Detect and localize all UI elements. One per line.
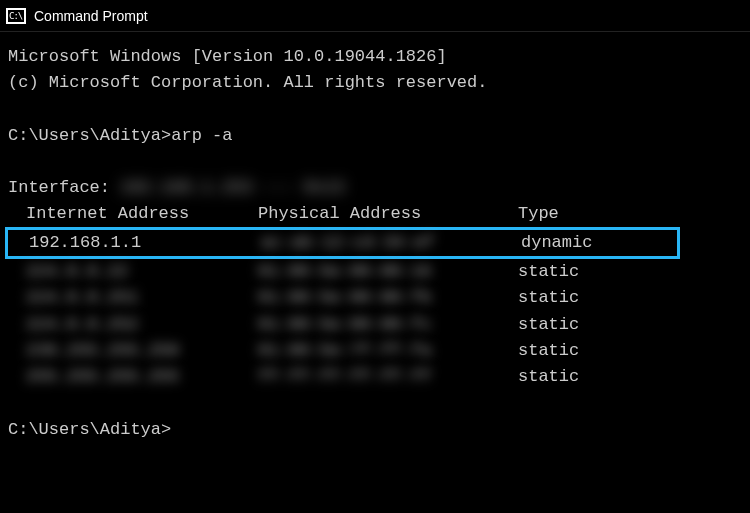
arp-phys-blurred: 01-00-5e-00-00-fb <box>258 288 431 307</box>
arp-ip-blurred: 224.0.0.22 <box>26 262 128 281</box>
arp-ip: 192.168.1.1 <box>8 230 261 256</box>
arp-row-highlighted: 192.168.1.1 ac-ab-12-cd-34-ef dynamic <box>5 227 680 259</box>
titlebar[interactable]: C:\ Command Prompt <box>0 0 750 32</box>
window-title: Command Prompt <box>34 8 148 24</box>
prompt-path: C:\Users\Aditya> <box>8 420 171 439</box>
arp-row: 224.0.0.252 01-00-5e-00-00-fc static <box>8 312 742 338</box>
arp-row: 239.255.255.250 01-00-5e-7f-ff-fa static <box>8 338 742 364</box>
arp-row: 255.255.255.255 ff-ff-ff-ff-ff-ff static <box>8 364 742 390</box>
prompt-path: C:\Users\Aditya> <box>8 126 171 145</box>
interface-line: Interface: 192.168.1.253 --- 0x13 <box>8 175 742 201</box>
command-line: C:\Users\Aditya>arp -a <box>8 123 742 149</box>
header-ip: Internet Address <box>8 201 258 227</box>
arp-ip-blurred: 239.255.255.250 <box>26 341 179 360</box>
arp-type: dynamic <box>521 230 677 256</box>
arp-type: static <box>518 259 742 285</box>
header-phys: Physical Address <box>258 201 518 227</box>
arp-row: 224.0.0.22 01-00-5e-00-00-16 static <box>8 259 742 285</box>
blank-line <box>8 391 742 417</box>
arp-type: static <box>518 338 742 364</box>
command-text: arp -a <box>171 126 232 145</box>
arp-phys-blurred: 01-00-5e-7f-ff-fa <box>258 341 431 360</box>
arp-ip-blurred: 224.0.0.252 <box>26 315 138 334</box>
cmd-icon-glyph: C:\ <box>8 10 24 22</box>
arp-phys-blurred: ac-ab-12-cd-34-ef <box>261 233 434 252</box>
arp-table-header: Internet Address Physical Address Type <box>8 201 742 227</box>
arp-ip-blurred: 255.255.255.255 <box>26 367 179 386</box>
arp-ip-blurred: 224.0.0.251 <box>26 288 138 307</box>
banner-line-2: (c) Microsoft Corporation. All rights re… <box>8 70 742 96</box>
terminal-output[interactable]: Microsoft Windows [Version 10.0.19044.18… <box>0 32 750 451</box>
cmd-icon: C:\ <box>6 8 26 24</box>
arp-phys-blurred: 01-00-5e-00-00-fc <box>258 315 431 334</box>
arp-type: static <box>518 364 742 390</box>
arp-phys-blurred: ff-ff-ff-ff-ff-ff <box>258 367 431 386</box>
arp-type: static <box>518 312 742 338</box>
arp-row: 224.0.0.251 01-00-5e-00-00-fb static <box>8 285 742 311</box>
interface-value-blurred: 192.168.1.253 --- 0x13 <box>120 175 344 201</box>
blank-line <box>8 149 742 175</box>
banner-line-1: Microsoft Windows [Version 10.0.19044.18… <box>8 44 742 70</box>
arp-phys-blurred: 01-00-5e-00-00-16 <box>258 262 431 281</box>
arp-type: static <box>518 285 742 311</box>
blank-line <box>8 97 742 123</box>
final-prompt[interactable]: C:\Users\Aditya> <box>8 417 742 443</box>
header-type: Type <box>518 201 742 227</box>
interface-label: Interface: <box>8 175 110 201</box>
